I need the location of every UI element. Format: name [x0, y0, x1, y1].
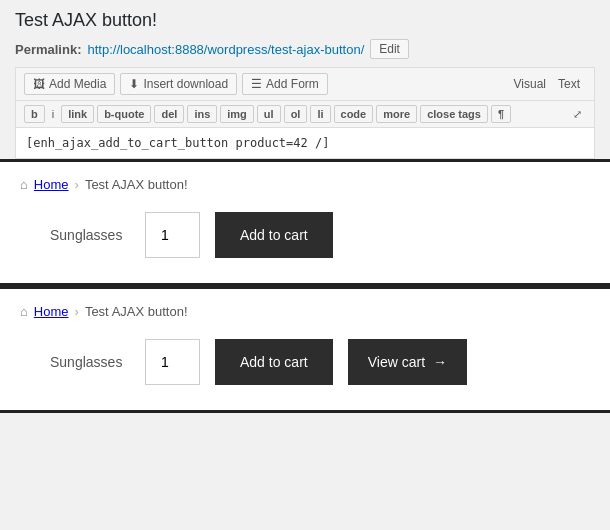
bold-button[interactable]: b [24, 105, 45, 123]
quantity-input-2[interactable] [145, 339, 200, 385]
home-link-2[interactable]: Home [34, 304, 69, 319]
edit-permalink-button[interactable]: Edit [370, 39, 409, 59]
close-tags-button[interactable]: close tags [420, 105, 488, 123]
product-label-1: Sunglasses [50, 227, 130, 243]
breadcrumb-sep-2: › [75, 304, 79, 319]
insert-download-button[interactable]: ⬇ Insert download [120, 73, 237, 95]
ol-button[interactable]: ol [284, 105, 308, 123]
arrow-icon: → [433, 354, 447, 370]
visual-view-button[interactable]: Visual [508, 74, 552, 94]
bquote-button[interactable]: b-quote [97, 105, 151, 123]
add-to-cart-button-2[interactable]: Add to cart [215, 339, 333, 385]
shortcode-area[interactable]: [enh_ajax_add_to_cart_button product=42 … [15, 127, 595, 159]
permalink-bar: Permalink: http://localhost:8888/wordpre… [15, 39, 595, 59]
add-form-button[interactable]: ☰ Add Form [242, 73, 328, 95]
product-row-2: Sunglasses Add to cart View cart → [20, 339, 590, 385]
li-button[interactable]: li [310, 105, 330, 123]
home-icon-1: ⌂ [20, 177, 28, 192]
page-title: Test AJAX button! [15, 10, 595, 31]
permalink-label: Permalink: [15, 42, 81, 57]
editor-section: Test AJAX button! Permalink: http://loca… [0, 0, 610, 159]
del-button[interactable]: del [154, 105, 184, 123]
ul-button[interactable]: ul [257, 105, 281, 123]
code-button[interactable]: code [334, 105, 374, 123]
preview-section-1: ⌂ Home › Test AJAX button! Sunglasses Ad… [0, 159, 610, 286]
breadcrumb-current-1: Test AJAX button! [85, 177, 188, 192]
italic-button[interactable]: i [48, 106, 58, 122]
breadcrumb-1: ⌂ Home › Test AJAX button! [20, 177, 590, 192]
home-icon-2: ⌂ [20, 304, 28, 319]
link-button[interactable]: link [61, 105, 94, 123]
view-cart-button[interactable]: View cart → [348, 339, 467, 385]
permalink-link[interactable]: http://localhost:8888/wordpress/test-aja… [87, 42, 364, 57]
product-label-2: Sunglasses [50, 354, 130, 370]
text-view-button[interactable]: Text [552, 74, 586, 94]
expand-editor-button[interactable]: ⤢ [569, 106, 586, 123]
add-to-cart-button-1[interactable]: Add to cart [215, 212, 333, 258]
pilcrow-button[interactable]: ¶ [491, 105, 511, 123]
image-icon: 🖼 [33, 77, 45, 91]
home-link-1[interactable]: Home [34, 177, 69, 192]
shortcode-text: [enh_ajax_add_to_cart_button product=42 … [26, 136, 329, 150]
formatting-row: b i link b-quote del ins img ul ol li co… [15, 100, 595, 127]
breadcrumb-2: ⌂ Home › Test AJAX button! [20, 304, 590, 319]
breadcrumb-sep-1: › [75, 177, 79, 192]
breadcrumb-current-2: Test AJAX button! [85, 304, 188, 319]
quantity-input-1[interactable] [145, 212, 200, 258]
view-toggle: Visual Text [508, 74, 586, 94]
view-cart-label: View cart [368, 354, 425, 370]
form-icon: ☰ [251, 77, 262, 91]
toolbar-row: 🖼 Add Media ⬇ Insert download ☰ Add Form… [15, 67, 595, 100]
ins-button[interactable]: ins [187, 105, 217, 123]
product-row-1: Sunglasses Add to cart [20, 212, 590, 258]
preview-section-2: ⌂ Home › Test AJAX button! Sunglasses Ad… [0, 286, 610, 413]
add-media-button[interactable]: 🖼 Add Media [24, 73, 115, 95]
more-button[interactable]: more [376, 105, 417, 123]
img-button[interactable]: img [220, 105, 254, 123]
download-icon: ⬇ [129, 77, 139, 91]
